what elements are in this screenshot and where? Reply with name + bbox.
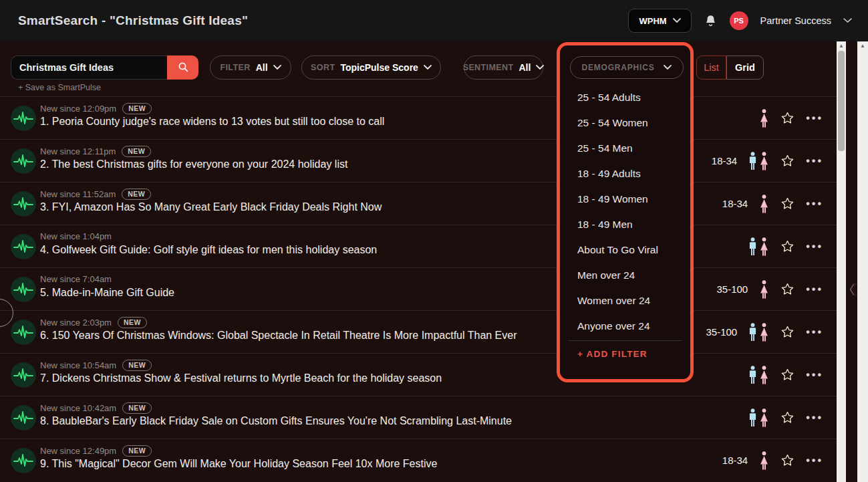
demographics-menu: 25 - 54 Adults25 - 54 Women25 - 54 Men18… xyxy=(560,85,690,368)
save-smartpulse-link[interactable]: + Save as SmartPulse xyxy=(18,83,101,92)
more-options-button[interactable]: ••• xyxy=(806,241,823,252)
row-meta: New since 12:09pm NEW xyxy=(40,103,152,114)
row-actions: ••• xyxy=(748,354,823,396)
demographics-dropdown[interactable]: DEMOGRAPHICS xyxy=(570,56,684,79)
collapse-chevron-icon[interactable]: ❮ xyxy=(849,282,858,295)
demographics-menu-item[interactable]: 18 - 49 Women xyxy=(560,187,690,212)
demographics-menu-item[interactable]: 25 - 54 Adults xyxy=(560,85,690,110)
list-item: New since 1:04pm 4. Golfweek Gift Guide:… xyxy=(0,225,837,267)
star-icon[interactable] xyxy=(780,282,794,296)
demographics-menu-item[interactable]: Women over 24 xyxy=(560,288,690,314)
star-icon[interactable] xyxy=(780,410,794,425)
row-title[interactable]: 5. Made-in-Maine Gift Guide xyxy=(40,287,174,299)
demographics-menu-item[interactable]: 18 - 49 Adults xyxy=(560,161,690,187)
scroll-up-arrow-icon[interactable]: ▲ xyxy=(837,43,846,49)
inner-scrollbar[interactable]: ▲ xyxy=(837,41,846,482)
star-icon[interactable] xyxy=(780,368,794,382)
new-badge: NEW xyxy=(122,146,151,157)
row-title[interactable]: 2. The best Christmas gifts for everyone… xyxy=(40,158,347,170)
more-options-button[interactable]: ••• xyxy=(806,370,823,380)
more-options-button[interactable]: ••• xyxy=(806,284,823,295)
view-toggle: List Grid xyxy=(696,55,764,80)
demographics-menu-item[interactable]: Anyone over 24 xyxy=(560,314,690,339)
chevron-down-icon xyxy=(536,65,544,70)
demographics-menu-item[interactable]: About To Go Viral xyxy=(560,237,690,263)
bell-icon[interactable] xyxy=(704,13,718,28)
list-item: New since 10:42am NEW 8. BaubleBar's Ear… xyxy=(0,396,837,439)
sentiment-dropdown[interactable]: SENTIMENT All xyxy=(464,55,543,80)
female-icon xyxy=(759,408,769,427)
more-options-button[interactable]: ••• xyxy=(806,199,823,209)
filter-dropdown[interactable]: FILTER All xyxy=(210,55,291,80)
search-input[interactable] xyxy=(11,55,167,80)
filter-value: All xyxy=(256,62,268,73)
row-title[interactable]: 3. FYI, Amazon Has So Many Great Early B… xyxy=(40,201,382,213)
demographics-menu-item[interactable]: 18 - 49 Men xyxy=(560,212,690,237)
more-options-button[interactable]: ••• xyxy=(806,455,823,466)
page-scrollbar[interactable]: ▲ xyxy=(857,41,868,482)
row-title[interactable]: 1. Peoria County judge's race widens to … xyxy=(40,116,384,128)
list-item: New since 12:49pm NEW 9. This "Magical" … xyxy=(0,439,837,481)
pulse-icon xyxy=(11,106,36,131)
view-toggle-list[interactable]: List xyxy=(696,55,726,80)
more-options-button[interactable]: ••• xyxy=(806,113,823,124)
gender-icons xyxy=(759,195,769,213)
scrollbar-thumb[interactable] xyxy=(838,51,845,151)
list-item: New since 7:04am 5. Made-in-Maine Gift G… xyxy=(0,267,837,310)
demographics-menu-item[interactable]: 25 - 54 Men xyxy=(560,136,690,161)
row-title[interactable]: 4. Golfweek Gift Guide: Golf style gift … xyxy=(40,244,377,256)
female-icon xyxy=(759,280,769,299)
star-icon[interactable] xyxy=(780,154,794,168)
star-icon[interactable] xyxy=(780,111,794,125)
gender-icons xyxy=(748,237,769,256)
row-timestamp: New since 11:52am xyxy=(40,189,116,199)
male-icon xyxy=(748,408,757,427)
demographics-highlight-box: DEMOGRAPHICS 25 - 54 Adults25 - 54 Women… xyxy=(557,42,694,382)
search-button[interactable] xyxy=(167,55,198,80)
star-icon[interactable] xyxy=(780,197,794,211)
org-selector-button[interactable]: WPHM xyxy=(628,9,691,33)
more-options-button[interactable]: ••• xyxy=(806,412,823,423)
search-icon xyxy=(177,61,189,75)
content-area: + Save as SmartPulse FILTER All SORT Top… xyxy=(0,41,868,482)
sort-dropdown[interactable]: SORT TopicPulse Score xyxy=(301,55,441,80)
star-icon[interactable] xyxy=(780,239,794,253)
row-actions: 18-34 ••• xyxy=(722,439,823,481)
chevron-down-icon xyxy=(673,18,681,23)
female-icon xyxy=(759,237,769,256)
male-icon xyxy=(748,323,757,342)
add-filter-button[interactable]: + ADD FILTER xyxy=(560,341,690,368)
app-header: SmartSearch - "Christmas Gift Ideas" WPH… xyxy=(0,0,868,41)
pulse-icon xyxy=(11,191,36,217)
row-meta: New since 12:11pm NEW xyxy=(40,146,151,157)
chevron-down-icon xyxy=(664,65,672,70)
row-title[interactable]: 6. 150 Years Of Christmas Windows: Globa… xyxy=(40,330,517,342)
chevron-down-icon xyxy=(424,65,432,70)
row-title[interactable]: 8. BaubleBar's Early Black Friday Sale o… xyxy=(40,415,512,427)
row-meta: New since 11:52am NEW xyxy=(40,189,151,200)
row-meta: New since 2:03pm NEW xyxy=(40,317,147,328)
star-icon[interactable] xyxy=(780,453,794,467)
new-badge: NEW xyxy=(122,360,152,371)
row-actions: ••• xyxy=(748,225,823,267)
row-title[interactable]: 7. Dickens Christmas Show & Festival ret… xyxy=(40,372,442,384)
row-title[interactable]: 9. This "Magical" Decor Gem Will Make Yo… xyxy=(40,458,437,470)
more-options-button[interactable]: ••• xyxy=(806,327,823,338)
more-options-button[interactable]: ••• xyxy=(806,156,823,166)
chevron-down-icon xyxy=(273,65,281,70)
row-actions: ••• xyxy=(759,97,823,139)
pulse-icon xyxy=(11,320,36,345)
age-range-label: 18-34 xyxy=(712,155,737,166)
scroll-up-arrow-icon[interactable]: ▲ xyxy=(857,43,868,49)
pulse-icon xyxy=(11,277,36,302)
star-icon[interactable] xyxy=(780,325,794,339)
avatar[interactable]: PS xyxy=(730,11,748,30)
new-badge: NEW xyxy=(122,189,151,200)
age-range-label: 18-34 xyxy=(722,455,748,466)
view-toggle-grid[interactable]: Grid xyxy=(726,55,764,80)
sort-label: SORT xyxy=(311,63,335,72)
demographics-menu-item[interactable]: Men over 24 xyxy=(560,263,690,288)
gender-icons xyxy=(748,366,769,384)
chevron-down-icon[interactable] xyxy=(843,18,852,23)
demographics-menu-item[interactable]: 25 - 54 Women xyxy=(560,110,690,136)
